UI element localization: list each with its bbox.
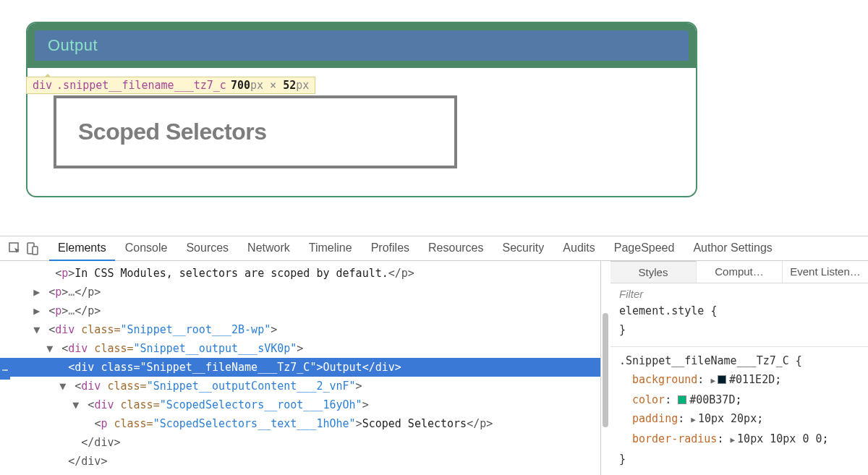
tab-audits[interactable]: Audits	[554, 236, 603, 261]
styles-filter-input[interactable]: Filter	[610, 283, 868, 301]
tab-author-settings[interactable]: Author Settings	[684, 236, 780, 261]
dom-line[interactable]: ▼ <div class="Snippet__root___2B-wp">	[0, 320, 600, 339]
snippet-card: Output Scoped Selectors	[26, 22, 697, 197]
tab-console[interactable]: Console	[116, 236, 176, 261]
scrollbar-thumb[interactable]	[603, 313, 608, 427]
styles-rule-element-style[interactable]: element.style { }	[610, 301, 868, 343]
tab-sources[interactable]: Sources	[177, 236, 237, 261]
device-toolbar-icon[interactable]	[25, 241, 41, 257]
pane-divider[interactable]	[600, 261, 610, 475]
tooltip-times: ×	[270, 79, 276, 92]
snippet-header: Output	[27, 23, 696, 68]
styles-rule-filename[interactable]: .Snippet__fileName___Tz7_C { background:…	[610, 351, 868, 473]
tooltip-tag: div	[33, 79, 52, 92]
scoped-selectors-box: Scoped Selectors	[54, 95, 457, 168]
dom-line[interactable]: </div>	[0, 433, 600, 452]
dom-line[interactable]: </div>	[0, 452, 600, 471]
tab-security[interactable]: Security	[494, 236, 553, 261]
dom-line[interactable]: ▼ <div class="Snippet__outputContent___2…	[0, 377, 600, 395]
dom-line[interactable]: ▼ <div class="ScopedSelectors__root___16…	[0, 395, 600, 414]
devtools-body: ⋯ <p>In CSS Modules, selectors are scope…	[0, 261, 868, 475]
inspect-element-icon[interactable]	[7, 241, 23, 257]
tab-pagespeed[interactable]: PageSpeed	[605, 236, 684, 261]
tooltip-height-unit: px	[296, 79, 309, 92]
styles-tab-computed[interactable]: Comput…	[697, 261, 783, 283]
dom-line[interactable]: <p class="ScopedSelectors__text___1hOhe"…	[0, 414, 600, 433]
devtools-panel: Elements Console Sources Network Timelin…	[0, 236, 868, 475]
tab-elements[interactable]: Elements	[49, 236, 115, 261]
dom-line[interactable]: <p>In CSS Modules, selectors are scoped …	[0, 264, 600, 283]
styles-tabs: Styles Comput… Event Listen…	[610, 261, 868, 283]
scoped-selectors-text: Scoped Selectors	[78, 119, 433, 145]
dom-line[interactable]: ▶ <p>…</p>	[0, 301, 600, 320]
devtools-toolbar: Elements Console Sources Network Timelin…	[0, 236, 868, 261]
dom-tree-pane[interactable]: ⋯ <p>In CSS Modules, selectors are scope…	[0, 261, 600, 475]
styles-tab-event-listeners[interactable]: Event Listen…	[783, 261, 868, 283]
tooltip-width: 700	[231, 79, 250, 92]
tooltip-height: 52	[283, 79, 296, 92]
preview-area: Output Scoped Selectors div.snippet__fil…	[0, 0, 868, 197]
dom-line-selected[interactable]: <div class="Snippet__fileName___Tz7_C">O…	[0, 358, 600, 377]
styles-pane: Styles Comput… Event Listen… Filter elem…	[610, 261, 868, 475]
element-inspect-tooltip: div.snippet__filename___tz7_c 700px × 52…	[26, 77, 315, 94]
dom-line[interactable]: ▼ <div class="Snippet__output___sVK0p">	[0, 339, 600, 358]
tab-resources[interactable]: Resources	[420, 236, 492, 261]
tab-timeline[interactable]: Timeline	[300, 236, 361, 261]
tooltip-class: .snippet__filename___tz7_c	[56, 79, 226, 92]
styles-tab-styles[interactable]: Styles	[610, 260, 697, 283]
dom-line[interactable]: ▶ <p>…</p>	[0, 283, 600, 301]
overflow-indicator-icon[interactable]: ⋯	[0, 361, 10, 380]
tooltip-width-unit: px	[250, 79, 263, 92]
tab-profiles[interactable]: Profiles	[362, 236, 418, 261]
snippet-output-tab[interactable]: Output	[35, 30, 689, 61]
svg-rect-2	[33, 247, 38, 254]
tab-network[interactable]: Network	[239, 236, 299, 261]
